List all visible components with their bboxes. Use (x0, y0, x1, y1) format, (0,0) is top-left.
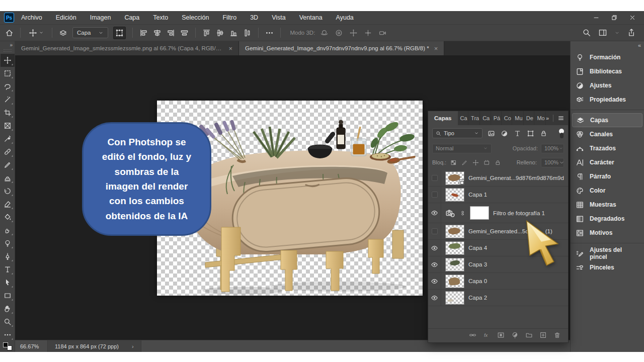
show-transform-controls-button[interactable] (113, 27, 126, 39)
layer-name[interactable]: Capa 2 (468, 295, 487, 301)
layer-thumbnail[interactable] (445, 225, 464, 238)
layer-visibility-toggle[interactable] (428, 256, 441, 273)
delete-layer-icon[interactable] (553, 331, 561, 339)
menu-item-vista[interactable]: Vista (272, 14, 286, 21)
layer-visibility-toggle[interactable] (428, 290, 441, 306)
layer-row[interactable]: Capa 2 (428, 290, 568, 306)
panel-menu-icon[interactable] (557, 115, 565, 122)
panel-tab-mo[interactable]: Mo (534, 111, 545, 125)
filtering-toggle[interactable] (559, 129, 564, 138)
link-layers-icon[interactable] (469, 331, 476, 339)
align-middle-icon[interactable] (216, 29, 224, 37)
layer-thumbnail[interactable] (445, 188, 464, 202)
layer-thumbnail[interactable] (445, 291, 464, 305)
layer-mask-icon[interactable] (497, 331, 505, 339)
lock-artboard-icon[interactable] (484, 159, 490, 166)
dock-item-canales[interactable]: Canales (571, 127, 644, 141)
move-tool-option[interactable] (27, 27, 45, 39)
align-center-horizontal-icon[interactable] (153, 29, 162, 37)
minimize-icon[interactable] (593, 14, 600, 21)
layer-thumbnail[interactable] (445, 275, 464, 288)
brush-tool[interactable] (1, 158, 15, 171)
layer-thumbnail[interactable] (445, 171, 464, 185)
panel-tab-pá[interactable]: Pá (491, 111, 502, 125)
more-options-icon[interactable] (265, 29, 274, 37)
lasso-tool[interactable] (1, 80, 15, 93)
zoom-level[interactable]: 66.67% (15, 343, 47, 349)
align-right-icon[interactable] (167, 29, 175, 37)
edit-toolbar-tool[interactable] (1, 328, 15, 341)
drag-3d-icon[interactable] (349, 29, 358, 37)
marquee-tool[interactable] (1, 67, 15, 80)
dock-item-bibliotecas[interactable]: Bibliotecas (571, 64, 644, 78)
workspace-switcher-icon[interactable] (598, 28, 607, 37)
panel-tab-tra[interactable]: Tra (468, 111, 480, 125)
dock-item-p-rrafo[interactable]: Párrafo (571, 169, 644, 184)
panel-tab-ca[interactable]: Ca (480, 111, 491, 125)
dock-item-ajustes-del-pincel[interactable]: Ajustes del pincel (571, 246, 644, 260)
smart-object-icon[interactable] (540, 130, 547, 137)
close-tab-icon[interactable]: × (434, 45, 438, 52)
layer-visibility-toggle[interactable] (428, 170, 441, 186)
fill-dropdown[interactable]: 100% (541, 158, 564, 167)
toolbar-expand-chevrons[interactable]: » (10, 41, 15, 48)
layer-name[interactable]: Capa 3 (468, 261, 487, 267)
layer-visibility-toggle[interactable] (428, 187, 441, 203)
lock-paint-icon[interactable] (461, 159, 468, 166)
dock-item-car-cter[interactable]: Carácter (571, 155, 644, 169)
type-tool[interactable] (1, 263, 15, 276)
menu-item-seleccin[interactable]: Selección (182, 14, 209, 21)
dock-item-muestras[interactable]: Muestras (571, 198, 644, 212)
path-select-tool[interactable] (1, 276, 15, 289)
hand-tool[interactable] (1, 302, 15, 315)
auto-select-target-dropdown[interactable]: Capa (72, 27, 108, 38)
layer-visibility-toggle[interactable] (428, 203, 441, 223)
dock-item-ajustes[interactable]: Ajustes (571, 78, 644, 93)
image-icon[interactable] (488, 130, 495, 137)
smudge-tool[interactable] (1, 224, 15, 237)
dock-item-trazados[interactable]: Trazados (571, 141, 644, 155)
align-left-icon[interactable] (139, 29, 148, 37)
menu-item-capa[interactable]: Capa (124, 14, 139, 21)
pen-tool[interactable] (1, 250, 15, 263)
restore-icon[interactable] (611, 14, 618, 21)
menu-item-archivo[interactable]: Archivo (21, 14, 42, 21)
layer-visibility-toggle[interactable] (428, 240, 441, 256)
layer-thumbnail[interactable] (445, 258, 464, 272)
layer-row[interactable]: Capa 0 (428, 273, 568, 290)
roll-3d-icon[interactable] (335, 29, 343, 37)
tab-overflow-chevrons[interactable]: » (546, 115, 549, 121)
rectangle-tool[interactable] (1, 289, 15, 302)
camera-3d-icon[interactable] (378, 29, 387, 37)
dock-item-pinceles[interactable]: Pinceles (571, 260, 644, 275)
adjustment-icon[interactable] (501, 130, 508, 137)
close-icon[interactable] (629, 14, 636, 21)
panel-tab-mu[interactable]: Mu (512, 111, 523, 125)
healing-brush-tool[interactable] (1, 145, 15, 158)
new-group-icon[interactable] (525, 331, 533, 339)
lock-move-icon[interactable] (472, 159, 479, 166)
close-tab-icon[interactable]: × (228, 45, 232, 52)
orbit-3d-icon[interactable] (320, 29, 329, 37)
layer-name[interactable]: Capa 0 (468, 278, 487, 284)
color-swatches[interactable] (3, 342, 12, 350)
new-layer-icon[interactable] (539, 331, 547, 339)
layer-effects-icon[interactable]: fx (483, 331, 491, 339)
home-icon[interactable] (5, 29, 14, 37)
search-icon[interactable] (582, 28, 591, 37)
dock-item-propiedades[interactable]: Propiedades (571, 93, 644, 107)
status-expander-chevron[interactable]: › (132, 343, 134, 349)
opacity-dropdown[interactable]: 100% (541, 144, 564, 153)
dodge-tool[interactable] (1, 237, 15, 250)
layer-row[interactable]: Capa 1 (428, 187, 568, 203)
layer-name[interactable]: Filtro de fotografía 1 (493, 210, 545, 216)
menu-item-imagen[interactable]: Imagen (90, 14, 111, 21)
panel-tab-de[interactable]: De (524, 111, 535, 125)
distribute-horizontal-icon[interactable] (180, 29, 189, 37)
document-info[interactable]: 1184 px x 864 px (72 ppp) › (47, 340, 141, 352)
layer-mask-thumbnail[interactable] (470, 206, 489, 220)
new-adjustment-icon[interactable] (511, 331, 519, 339)
layer-row[interactable]: Gemini_Generat...9d876m9d876m9d (428, 170, 568, 187)
menu-item-filtro[interactable]: Filtro (222, 14, 236, 21)
object-selection-tool[interactable] (1, 93, 15, 106)
